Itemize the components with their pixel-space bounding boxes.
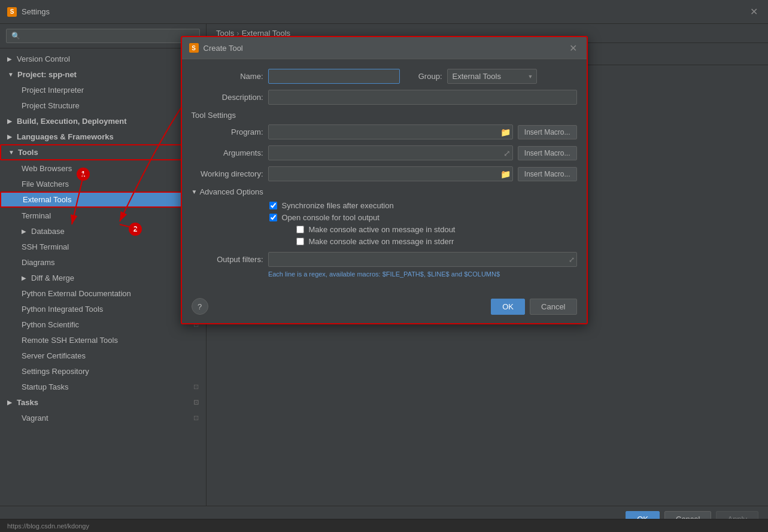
arrow-icon: ▶	[7, 118, 14, 124]
sidebar-item-label: Database	[31, 227, 65, 236]
sidebar-item-external-tools[interactable]: External Tools	[0, 191, 206, 208]
group-select-wrapper: External Tools Default	[447, 69, 537, 84]
stderr-label: Make console active on message in stderr	[309, 237, 454, 246]
sidebar-item-label: Languages & Frameworks	[17, 132, 114, 141]
dialog-ok-button[interactable]: OK	[491, 299, 525, 315]
sidebar-item-label: External Tools	[23, 195, 71, 204]
sidebar-item-remote-ssh[interactable]: Remote SSH External Tools	[0, 332, 206, 348]
status-url: https://blog.csdn.net/kdongy	[7, 522, 89, 530]
sidebar-item-label: Project: spp-net	[17, 70, 77, 79]
sidebar-item-server-certificates[interactable]: Server Certificates	[0, 348, 206, 363]
name-input[interactable]	[268, 69, 400, 84]
sidebar-item-database[interactable]: ▶ Database	[0, 223, 206, 239]
sidebar-item-label: Project Structure	[22, 101, 80, 110]
arguments-expand-button[interactable]: ⤢	[502, 147, 512, 159]
help-button[interactable]: ?	[192, 298, 208, 315]
sidebar-item-label: Tasks	[17, 398, 38, 407]
arrow-icon: ▶	[22, 275, 29, 281]
arguments-input-wrapper: ⤢	[268, 145, 513, 160]
sidebar-item-ssh-terminal[interactable]: SSH Terminal ⊡	[0, 239, 206, 254]
sidebar-item-build-execution[interactable]: ▶ Build, Execution, Deployment	[0, 113, 206, 129]
sidebar-item-python-external-doc[interactable]: Python External Documentation	[0, 285, 206, 301]
dialog-close-button[interactable]: ✕	[567, 42, 579, 54]
window-close-button[interactable]: ✕	[746, 5, 761, 19]
app-icon: S	[7, 7, 17, 17]
sidebar-item-label: Diff & Merge	[31, 273, 74, 282]
program-input[interactable]	[268, 124, 513, 139]
sync-files-checkbox[interactable]	[269, 202, 277, 209]
working-dir-browse-button[interactable]: 📁	[499, 168, 512, 180]
description-input[interactable]	[268, 90, 577, 105]
sidebar-item-python-scientific[interactable]: Python Scientific ⊡	[0, 317, 206, 332]
sidebar: ▶ Version Control ⊡ ▼ Project: spp-net ⊡…	[0, 24, 207, 506]
copy-icon: ⊡	[193, 399, 199, 406]
sidebar-item-settings-repository[interactable]: Settings Repository	[0, 363, 206, 379]
sidebar-item-label: Python External Documentation	[22, 289, 131, 298]
sidebar-item-diagrams[interactable]: Diagrams	[0, 254, 206, 270]
sidebar-item-web-browsers[interactable]: Web Browsers	[0, 160, 206, 176]
sidebar-item-file-watchers[interactable]: File Watchers ⊡	[0, 176, 206, 191]
advanced-options-header: ▼ Advanced Options	[192, 187, 577, 196]
arguments-insert-macro-button[interactable]: Insert Macro...	[518, 146, 577, 160]
sidebar-item-version-control[interactable]: ▶ Version Control ⊡	[0, 51, 206, 66]
group-label: Group:	[409, 72, 442, 81]
sidebar-item-terminal[interactable]: Terminal ⊡	[0, 208, 206, 223]
search-bar	[0, 24, 206, 48]
search-input[interactable]	[6, 29, 200, 43]
sidebar-item-label: Version Control	[17, 54, 70, 63]
status-bar: https://blog.csdn.net/kdongy	[0, 519, 768, 532]
sidebar-item-label: Vagrant	[22, 414, 48, 422]
sync-files-label: Synchronize files after execution	[282, 201, 394, 210]
sidebar-item-label: Python Integrated Tools	[22, 305, 103, 314]
title-bar-text: Settings	[22, 7, 50, 16]
sidebar-item-project-structure[interactable]: Project Structure	[0, 98, 206, 113]
arrow-icon: ▶	[7, 133, 14, 140]
sidebar-item-project-spp-net[interactable]: ▼ Project: spp-net ⊡	[0, 66, 206, 82]
sidebar-item-startup-tasks[interactable]: Startup Tasks ⊡	[0, 379, 206, 394]
sidebar-item-tasks[interactable]: ▶ Tasks ⊡	[0, 394, 206, 410]
working-dir-insert-macro-button[interactable]: Insert Macro...	[518, 167, 577, 181]
output-filters-input-wrapper: ⤢	[268, 252, 577, 267]
stdout-checkbox[interactable]	[296, 226, 304, 233]
sync-files-row: Synchronize files after execution	[269, 201, 577, 210]
arrow-icon: ▶	[7, 399, 14, 406]
create-tool-dialog: S Create Tool ✕ Name: Group: External To…	[181, 36, 588, 324]
program-insert-macro-button[interactable]: Insert Macro...	[518, 125, 577, 139]
sidebar-item-tools[interactable]: ▼ Tools	[0, 144, 206, 160]
open-console-checkbox[interactable]	[269, 214, 277, 221]
advanced-options-label: Advanced Options	[199, 187, 263, 196]
sidebar-item-label: Startup Tasks	[22, 382, 69, 391]
sidebar-item-diff-merge[interactable]: ▶ Diff & Merge	[0, 270, 206, 285]
sidebar-item-label: Terminal	[22, 211, 51, 220]
sidebar-item-label: Build, Execution, Deployment	[17, 117, 126, 126]
macro-hint-vars: $FILE_PATH$, $LINE$ and $COLUMN$	[383, 270, 500, 278]
arrow-icon: ▼	[192, 189, 198, 195]
program-browse-button[interactable]: 📁	[499, 126, 512, 138]
sidebar-item-project-interpreter[interactable]: Project Interpreter	[0, 82, 206, 98]
stderr-checkbox[interactable]	[296, 238, 304, 245]
working-dir-input[interactable]	[268, 166, 513, 181]
dialog-icon: S	[189, 43, 199, 53]
arguments-input[interactable]	[268, 145, 513, 160]
sidebar-item-label: Diagrams	[22, 258, 55, 267]
sidebar-item-python-integrated-tools[interactable]: Python Integrated Tools ⊡	[0, 301, 206, 317]
sidebar-item-label: Remote SSH External Tools	[22, 336, 118, 345]
stdout-label: Make console active on message in stdout	[309, 225, 456, 234]
sidebar-item-languages-frameworks[interactable]: ▶ Languages & Frameworks	[0, 129, 206, 144]
group-select[interactable]: External Tools Default	[447, 69, 537, 84]
dialog-title-bar: S Create Tool ✕	[182, 37, 587, 59]
arguments-label: Arguments:	[192, 148, 263, 157]
dialog-title: Create Tool	[204, 44, 243, 53]
tool-settings-header: Tool Settings	[192, 111, 577, 120]
tool-settings-label: Tool Settings	[192, 111, 236, 120]
dialog-body: Name: Group: External Tools Default Desc…	[182, 59, 587, 292]
copy-icon: ⊡	[193, 414, 199, 422]
name-label: Name:	[192, 72, 263, 81]
output-filters-input[interactable]	[268, 252, 577, 267]
program-input-wrapper: 📁	[268, 124, 513, 139]
name-group-row: Name: Group: External Tools Default	[192, 69, 577, 84]
arguments-row: Arguments: ⤢ Insert Macro...	[192, 145, 577, 160]
dialog-footer: ? OK Cancel	[182, 292, 587, 323]
dialog-cancel-button[interactable]: Cancel	[530, 299, 576, 315]
sidebar-item-vagrant[interactable]: Vagrant ⊡	[0, 410, 206, 425]
